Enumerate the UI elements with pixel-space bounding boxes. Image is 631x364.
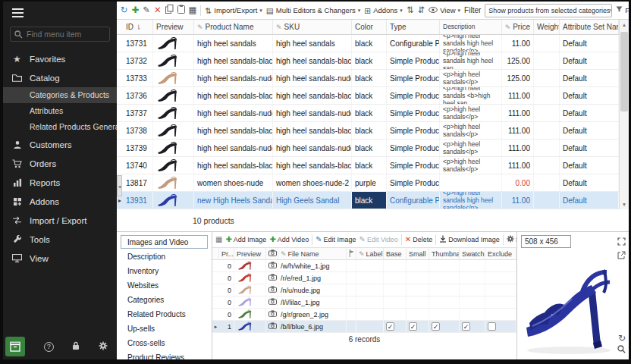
image-size-input[interactable]	[521, 235, 571, 248]
tab-description[interactable]: Description	[121, 249, 208, 263]
product-row[interactable]: 13733high heel sandals-nudehigh heel san…	[117, 70, 619, 87]
image-row[interactable]: 0/n/u/nude.jpg	[212, 284, 516, 297]
product-row[interactable]: 13736high heel sandals-black-36high heel…	[117, 87, 619, 105]
column-header-preview[interactable]: Preview	[234, 248, 266, 259]
column-header-file_name[interactable]: ✎File Name	[278, 248, 347, 259]
sidebar-item-favorites[interactable]: ★Favorites	[3, 49, 117, 68]
checkbox-small[interactable]: ✓	[409, 322, 417, 331]
column-header-sku[interactable]: ✎SKU	[273, 20, 352, 34]
tab-inventory[interactable]: Inventory	[121, 264, 208, 278]
scroll-down-icon[interactable]: ▼	[620, 199, 629, 209]
splitter-collapse-handle[interactable]: ◂	[117, 175, 122, 196]
grid-icon[interactable]: ▦	[215, 236, 222, 243]
tab-cross-sells[interactable]: Cross-sells	[121, 336, 208, 350]
help-icon[interactable]: ?	[44, 342, 54, 352]
column-header-preview[interactable]: Preview	[153, 20, 194, 34]
import-export-button[interactable]: ⇅Import/Export▾	[205, 6, 262, 15]
column-header-color[interactable]: Color	[352, 20, 387, 34]
product-row[interactable]: 13732high heel sandals-blackhigh heel sa…	[117, 52, 619, 70]
tab-websites[interactable]: Websites	[121, 278, 208, 292]
column-header-type[interactable]: Type	[387, 20, 440, 34]
checkbox-exclude[interactable]	[488, 322, 496, 331]
column-header-exclude[interactable]: Exclude	[485, 248, 516, 259]
image-row[interactable]: 0/r/e/red_1.jpg	[212, 272, 516, 284]
image-row[interactable]: 0/g/r/green_2.jpg	[212, 309, 516, 321]
store-manager-icon[interactable]	[5, 337, 25, 356]
product-row[interactable]: 13817women shoes-nudewomen shoes-nude-2p…	[117, 174, 619, 192]
sidebar-item-tools[interactable]: Tools	[3, 230, 117, 249]
tab-product-reviews[interactable]: Product Reviews	[121, 350, 208, 359]
tab-up-sells[interactable]: Up-sells	[121, 322, 208, 335]
column-header-position[interactable]: Pr...	[219, 248, 234, 259]
column-header-id[interactable]: ID⇂	[123, 20, 153, 34]
sidebar-item-view[interactable]: View	[3, 249, 117, 268]
tab-categories[interactable]: Categories	[121, 293, 208, 306]
product-row[interactable]: 13738high heel sandals-black-37high heel…	[117, 122, 619, 140]
set-resize-rule-button[interactable]: Set Resize Rule▾	[507, 235, 516, 244]
addons-button[interactable]: ⊞Addons▾	[364, 6, 403, 15]
product-row[interactable]: 13740high heel sandals-black-38high heel…	[117, 157, 619, 174]
column-header-label[interactable]: ✎Label	[356, 248, 384, 259]
checkbox-swatch[interactable]: ✓	[462, 322, 470, 331]
column-header-description[interactable]: Description	[440, 20, 502, 34]
columns-icon[interactable]: ▦	[189, 6, 197, 15]
delete-icon[interactable]: ✕	[154, 6, 162, 15]
image-row[interactable]: 0/l/i/lilac_1.jpg	[212, 297, 516, 309]
checkbox-thumbnail[interactable]: ✓	[432, 322, 440, 331]
add-video-button[interactable]: ✚Add Video	[269, 236, 309, 243]
vertical-scrollbar[interactable]: ▲ ▼	[619, 20, 629, 209]
sidebar-item-catalog[interactable]: Catalog	[3, 68, 117, 87]
scrollbar-thumb[interactable]	[620, 32, 628, 111]
edit-icon[interactable]: ✎	[143, 6, 150, 15]
tab-related-products[interactable]: Related Products	[121, 307, 208, 321]
download-image-button[interactable]: Download Image	[439, 235, 500, 244]
delete-button[interactable]: ✕Delete	[405, 236, 432, 243]
checkbox-base[interactable]: ✓	[386, 322, 394, 331]
column-header-flag[interactable]	[347, 248, 356, 259]
sidebar-item-addons[interactable]: Addons	[3, 192, 117, 211]
sidebar-item-import-export[interactable]: Import / Export	[3, 211, 117, 230]
product-row[interactable]: 13739high heel sandals-nude-37high heel …	[117, 140, 619, 157]
sidebar-item-reports[interactable]: Reports	[3, 173, 117, 192]
view-button[interactable]: View▾	[429, 6, 460, 14]
column-header-weight[interactable]: Weight	[534, 20, 560, 34]
paste-icon[interactable]	[177, 5, 185, 16]
menu-icon[interactable]	[3, 2, 117, 24]
sidebar-item-orders[interactable]: Orders	[3, 154, 117, 173]
product-row[interactable]: 13737high heel sandals-nude-36high heel …	[117, 105, 619, 122]
image-row[interactable]: ▸1/b/l/blue_6.jpg✓✓✓✓	[212, 321, 516, 333]
image-row[interactable]: 0/w/h/white_1.jpg	[212, 260, 516, 272]
product-row[interactable]: 13731high heel sandalshigh heel sandalsb…	[117, 35, 619, 52]
sidebar-item-customers[interactable]: Customers	[3, 135, 117, 154]
column-header-swatch[interactable]: Swatch	[460, 248, 485, 259]
gear-icon[interactable]	[99, 340, 108, 353]
add-image-button[interactable]: ✚Add Image	[225, 236, 266, 243]
column-header-thumbnail[interactable]: Thumbna	[429, 248, 460, 259]
fullscreen-icon[interactable]	[617, 236, 626, 248]
column-header-price[interactable]: ✎Price	[502, 20, 534, 34]
add-icon[interactable]: ✚	[132, 6, 140, 15]
lock-icon[interactable]	[72, 340, 80, 353]
refresh-icon[interactable]: ↻	[121, 6, 128, 15]
search-input[interactable]	[10, 27, 110, 42]
sort-desc-icon[interactable]: ⇵	[418, 6, 425, 15]
scroll-up-icon[interactable]: ▲	[620, 20, 629, 30]
column-header-cam[interactable]	[266, 248, 278, 259]
tab-images-and-video[interactable]: Images and Video	[121, 235, 208, 249]
sort-asc-icon[interactable]: ⇅	[407, 6, 414, 15]
sidebar-item-attributes[interactable]: Attributes	[3, 103, 117, 119]
column-header-small[interactable]: Small	[407, 248, 429, 259]
edit-video-button[interactable]: ✎Edit Video	[359, 236, 398, 243]
column-header-name[interactable]: ✎Product Name	[194, 20, 273, 34]
filter-select[interactable]: Show products from selected categories▾	[485, 4, 612, 17]
filters-button[interactable]: Filters▾	[616, 6, 629, 14]
column-header-base[interactable]: Base	[384, 248, 407, 259]
column-header-attribute_set[interactable]: Attribute Set Name	[560, 20, 619, 34]
edit-image-button[interactable]: ✎Edit Image	[316, 236, 356, 243]
product-row[interactable]: ▸13931new High Heels SandalsHigh Geels S…	[117, 192, 619, 209]
sidebar-item-categories-products[interactable]: Categories & Products	[3, 87, 117, 103]
sidebar-item-related-products-generator[interactable]: Related Products Generator	[3, 119, 117, 135]
rotate-icon[interactable]: ↻	[618, 334, 626, 343]
multi-editors-button[interactable]: ▤Multi Editors & Changers▾	[266, 6, 361, 15]
zoom-icon[interactable]	[617, 344, 626, 356]
